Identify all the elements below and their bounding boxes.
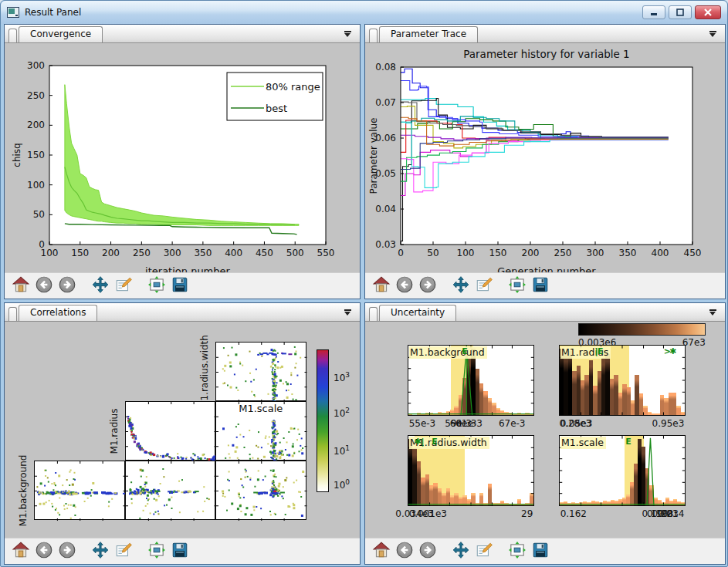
histogram-title: M1.background — [409, 346, 487, 359]
edit-button[interactable] — [472, 540, 496, 563]
svg-text:150: 150 — [489, 248, 507, 258]
uncertainty-tabbar: Uncertainty — [365, 303, 725, 322]
green-marker-glyph: ✱ — [415, 437, 422, 446]
correlations-colorbar — [317, 349, 329, 492]
svg-text:0.08: 0.08 — [375, 62, 396, 73]
close-button[interactable] — [695, 5, 721, 19]
edit-icon — [475, 275, 493, 296]
uncertainty-colorbar — [578, 323, 706, 336]
save-button[interactable] — [529, 540, 552, 563]
green-marker-glyph: E — [432, 437, 438, 446]
back-button[interactable] — [393, 275, 416, 298]
svg-text:300: 300 — [164, 248, 181, 258]
correlation-scatter — [126, 402, 217, 461]
subplots-button[interactable] — [506, 275, 529, 298]
titlebar[interactable]: Result Panel — [1, 1, 727, 24]
subplots-icon — [147, 275, 166, 296]
maximize-button[interactable] — [669, 5, 692, 19]
tab-parameter-trace[interactable]: Parameter Trace — [379, 26, 478, 42]
trace-canvas[interactable]: 0501001502002503003504004500.030.040.050… — [365, 43, 725, 272]
home-button[interactable] — [370, 275, 393, 298]
forward-button[interactable] — [56, 540, 79, 563]
correlations-canvas[interactable]: M1.radius.widthM1.radiusM1.scaleM1.backg… — [5, 322, 360, 538]
histogram-x-tick-label: 55e-3 — [409, 418, 436, 429]
correlation-panel — [34, 461, 125, 520]
panel-correlations: Correlations M1.radius.widthM1.radiusM1.… — [4, 302, 361, 565]
back-button[interactable] — [32, 275, 56, 298]
correlation-panel — [215, 342, 306, 401]
pan-button[interactable] — [449, 540, 472, 563]
dock-menu-button[interactable] — [340, 28, 355, 40]
svg-text:best: best — [266, 103, 287, 114]
save-button[interactable] — [168, 540, 191, 563]
home-icon — [12, 275, 30, 296]
pan-button[interactable] — [89, 540, 112, 563]
colorbar-tick-label: 103 — [334, 371, 350, 383]
subplots-button[interactable] — [145, 275, 168, 298]
dock-area: Convergence 1001502002503003504004505005… — [4, 24, 726, 565]
back-button[interactable] — [32, 540, 56, 563]
forward-icon — [418, 275, 437, 296]
convergence-canvas[interactable]: 1001502002503003504004505005500501001502… — [5, 43, 360, 272]
edit-icon — [114, 275, 133, 296]
home-button[interactable] — [9, 540, 32, 563]
pan-icon — [91, 541, 110, 562]
svg-text:0.03: 0.03 — [375, 239, 396, 250]
dock-menu-icon — [344, 31, 351, 32]
tab-correlations[interactable]: Correlations — [19, 305, 97, 321]
dock-menu-button[interactable] — [340, 306, 355, 319]
home-icon — [372, 275, 391, 296]
histogram-panel: ✱|EM1.radius.width — [408, 435, 534, 506]
dock-menu-icon — [344, 309, 351, 311]
histogram-x-tick-label: 0.214 — [658, 508, 684, 519]
pan-button[interactable] — [89, 275, 112, 298]
dock-menu-button[interactable] — [705, 306, 720, 319]
forward-button[interactable] — [416, 540, 439, 563]
edit-button[interactable] — [112, 275, 135, 298]
uncertainty-canvas[interactable]: 0.003e667e3EM1.background55e-359e-360e-3… — [365, 322, 725, 538]
forward-icon — [58, 541, 76, 562]
tab-stub — [369, 307, 378, 321]
home-icon — [12, 541, 30, 562]
save-button[interactable] — [168, 275, 191, 298]
window-title: Result Panel — [25, 7, 81, 18]
svg-text:200: 200 — [522, 248, 540, 258]
uncertainty-toolbar — [365, 538, 725, 564]
correlation-scatter — [35, 461, 126, 521]
dock-menu-button[interactable] — [705, 28, 720, 40]
forward-button[interactable] — [56, 275, 79, 298]
subplots-button[interactable] — [506, 540, 529, 563]
histogram-x-tick-label: 0.034e3 — [395, 508, 433, 519]
tab-convergence[interactable]: Convergence — [19, 26, 103, 42]
home-button[interactable] — [370, 540, 393, 563]
minimize-button[interactable] — [642, 5, 665, 19]
svg-text:chisq: chisq — [12, 143, 22, 167]
close-icon — [703, 8, 713, 16]
histogram-title: M1.radius — [560, 346, 611, 359]
convergence-plot: 1001502002503003504004505005500501001502… — [5, 43, 360, 272]
edit-button[interactable] — [472, 275, 496, 298]
back-button[interactable] — [393, 540, 416, 563]
pan-button[interactable] — [449, 275, 472, 298]
subplots-button[interactable] — [145, 540, 168, 563]
correlations-tabbar: Correlations — [5, 303, 360, 322]
green-marker-glyph: E — [625, 437, 631, 446]
panel-uncertainty: Uncertainty 0.003e667e3EM1.background55e… — [364, 302, 726, 565]
svg-text:250: 250 — [27, 90, 45, 101]
tab-uncertainty[interactable]: Uncertainty — [379, 305, 456, 321]
forward-button[interactable] — [416, 275, 439, 298]
tab-stub — [8, 29, 17, 42]
svg-text:350: 350 — [619, 248, 637, 258]
home-button[interactable] — [9, 275, 32, 298]
convergence-tabbar: Convergence — [5, 25, 360, 43]
edit-button[interactable] — [112, 540, 135, 563]
svg-text:50: 50 — [427, 248, 438, 258]
subplots-icon — [508, 541, 527, 562]
svg-text:400: 400 — [652, 248, 669, 258]
dock-menu-icon — [709, 31, 716, 32]
green-marker-glyph: ✱ — [669, 347, 676, 356]
colorbar-tick-label: 102 — [334, 407, 350, 419]
colorbar-tick-label: 101 — [334, 444, 350, 457]
save-button[interactable] — [529, 275, 552, 298]
pan-icon — [91, 275, 110, 296]
